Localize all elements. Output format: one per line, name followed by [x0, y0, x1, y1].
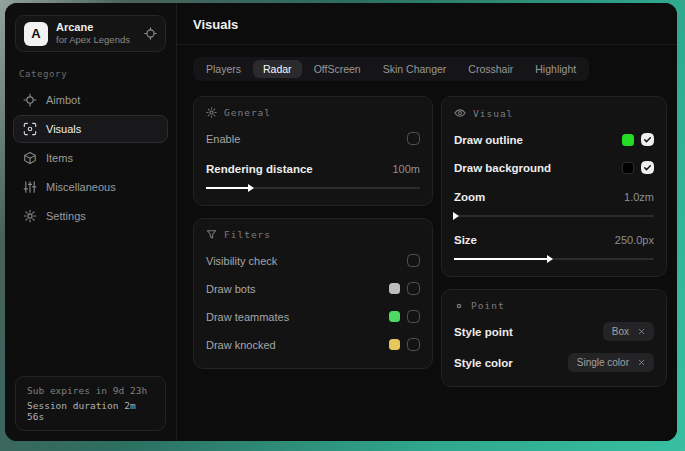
draw-knocked-checkbox[interactable]	[407, 338, 420, 351]
slider-fill	[454, 258, 548, 260]
zoom-row: Zoom 1.0zm	[454, 186, 654, 207]
draw-teammates-checkbox[interactable]	[407, 310, 420, 323]
sub-expires-text: Sub expires in 9d 23h	[27, 385, 154, 396]
close-icon[interactable]	[638, 359, 645, 366]
session-duration-text: Session duration 2m 56s	[27, 400, 154, 422]
box-icon	[23, 151, 37, 165]
tab-offscreen[interactable]: OffScreen	[304, 60, 371, 78]
sun-gear-icon	[206, 107, 217, 118]
point-card: Point Style point Box Style color	[441, 289, 667, 387]
size-slider[interactable]	[454, 255, 654, 263]
main-panel: Visuals Players Radar OffScreen Skin Cha…	[177, 3, 677, 441]
target-icon[interactable]	[144, 27, 157, 40]
style-point-label: Style point	[454, 326, 513, 338]
visibility-check-checkbox[interactable]	[407, 254, 420, 267]
app-header-card: A Arcane for Apex Legends	[15, 15, 166, 52]
point-card-header: Point	[454, 300, 654, 311]
visibility-check-label: Visibility check	[206, 255, 277, 267]
tab-skin-changer[interactable]: Skin Changer	[373, 60, 457, 78]
style-point-row: Style point Box	[454, 321, 654, 342]
zoom-label: Zoom	[454, 191, 485, 203]
crosshair-icon	[23, 93, 37, 107]
tab-players[interactable]: Players	[196, 60, 251, 78]
draw-bots-checkbox[interactable]	[407, 282, 420, 295]
dot-icon	[454, 301, 464, 311]
filters-card-title: Filters	[224, 229, 271, 240]
draw-outline-label: Draw outline	[454, 134, 523, 146]
style-color-select[interactable]: Single color	[568, 353, 654, 372]
tab-highlight[interactable]: Highlight	[525, 60, 586, 78]
zoom-slider[interactable]	[454, 212, 654, 220]
content-area: General Enable Rendering distance 100m	[177, 81, 677, 402]
filters-card-header: Filters	[206, 229, 420, 240]
sidebar-item-label: Miscellaneous	[46, 181, 116, 193]
gear-icon	[23, 209, 37, 223]
draw-background-row: Draw background	[454, 157, 654, 178]
sidebar-item-items[interactable]: Items	[13, 144, 168, 172]
draw-background-label: Draw background	[454, 162, 551, 174]
visual-card-title: Visual	[473, 108, 513, 119]
eye-scan-icon	[23, 122, 37, 136]
draw-bots-label: Draw bots	[206, 283, 256, 295]
sidebar-item-label: Visuals	[46, 123, 81, 135]
general-card-header: General	[206, 107, 420, 118]
size-label: Size	[454, 234, 477, 246]
sidebar-nav: Aimbot Visuals Items	[5, 86, 176, 230]
visibility-check-row: Visibility check	[206, 250, 420, 271]
point-card-title: Point	[471, 300, 505, 311]
style-point-value: Box	[612, 326, 629, 337]
filters-card: Filters Visibility check Draw bots	[193, 218, 433, 369]
slider-thumb[interactable]	[248, 184, 254, 192]
visual-card: Visual Draw outline Draw background	[441, 96, 667, 277]
zoom-value: 1.0zm	[624, 191, 654, 203]
app-window: A Arcane for Apex Legends Category Aimbo…	[5, 3, 677, 441]
draw-outline-checkbox[interactable]	[641, 133, 654, 146]
slider-thumb[interactable]	[453, 212, 459, 220]
sidebar-item-label: Settings	[46, 210, 86, 222]
left-column: General Enable Rendering distance 100m	[193, 96, 433, 369]
app-meta: Arcane for Apex Legends	[56, 21, 130, 46]
draw-teammates-label: Draw teammates	[206, 311, 289, 323]
general-card-title: General	[224, 107, 271, 118]
draw-knocked-color-swatch[interactable]	[389, 339, 400, 350]
draw-background-checkbox[interactable]	[641, 161, 654, 174]
eye-icon	[454, 107, 466, 119]
style-color-value: Single color	[577, 357, 629, 368]
style-point-select[interactable]: Box	[603, 322, 654, 341]
app-name: Arcane	[56, 21, 130, 34]
style-color-row: Style color Single color	[454, 352, 654, 373]
tab-bar: Players Radar OffScreen Skin Changer Cro…	[193, 57, 589, 81]
app-subtitle: for Apex Legends	[56, 34, 130, 46]
draw-bots-color-swatch[interactable]	[389, 283, 400, 294]
style-color-label: Style color	[454, 357, 513, 369]
slider-thumb[interactable]	[547, 255, 553, 263]
size-row: Size 250.0px	[454, 229, 654, 250]
draw-teammates-color-swatch[interactable]	[389, 311, 400, 322]
enable-row: Enable	[206, 128, 420, 149]
rendering-distance-slider[interactable]	[206, 184, 420, 192]
funnel-icon	[206, 229, 217, 240]
sliders-icon	[23, 180, 37, 194]
tab-crosshair[interactable]: Crosshair	[458, 60, 523, 78]
draw-knocked-label: Draw knocked	[206, 339, 276, 351]
sidebar-item-miscellaneous[interactable]: Miscellaneous	[13, 173, 168, 201]
rendering-distance-row: Rendering distance 100m	[206, 158, 420, 179]
right-column: Visual Draw outline Draw background	[441, 96, 667, 387]
general-card: General Enable Rendering distance 100m	[193, 96, 433, 206]
tab-radar[interactable]: Radar	[253, 60, 302, 78]
slider-fill	[206, 187, 249, 189]
draw-background-color-swatch[interactable]	[622, 162, 634, 174]
enable-checkbox[interactable]	[407, 132, 420, 145]
sidebar-item-settings[interactable]: Settings	[13, 202, 168, 230]
sidebar-item-visuals[interactable]: Visuals	[13, 115, 168, 143]
close-icon[interactable]	[638, 328, 645, 335]
sidebar-item-label: Items	[46, 152, 73, 164]
slider-track	[454, 215, 654, 217]
category-label: Category	[19, 69, 176, 79]
size-value: 250.0px	[615, 234, 654, 246]
sidebar-item-aimbot[interactable]: Aimbot	[13, 86, 168, 114]
draw-bots-row: Draw bots	[206, 278, 420, 299]
draw-outline-color-swatch[interactable]	[622, 134, 634, 146]
page-title: Visuals	[193, 17, 667, 32]
enable-label: Enable	[206, 133, 240, 145]
